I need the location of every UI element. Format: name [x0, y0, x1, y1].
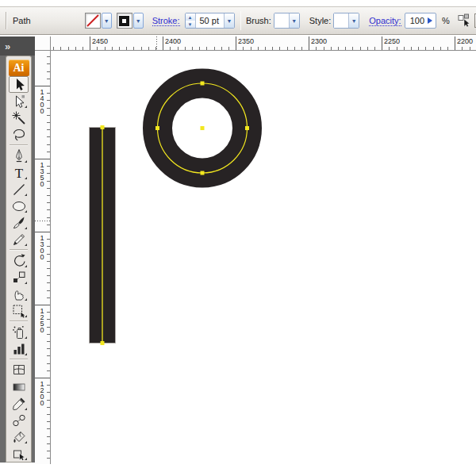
tool-paintbrush[interactable] [9, 214, 29, 231]
tool-live-paint-selection[interactable] [9, 445, 29, 462]
tool-symbol-sprayer[interactable] [9, 324, 29, 340]
expand-chevrons-icon[interactable]: » [5, 40, 10, 52]
direct-selection-arrow-icon [11, 94, 27, 109]
anchor-point[interactable] [201, 82, 205, 86]
ruler-label: 2200 [457, 37, 473, 45]
tool-gradient[interactable] [9, 378, 29, 395]
ruler-label: 1300 [38, 234, 46, 259]
select-similar-group: ▼ [457, 13, 476, 29]
brush-dropdown-arrow[interactable]: ▼ [289, 13, 299, 28]
style-combo[interactable]: ▼ [333, 13, 359, 29]
svg-text:T: T [14, 165, 23, 180]
chevron-down-icon: ▼ [227, 18, 232, 24]
anchor-point[interactable] [155, 126, 159, 130]
tool-selection[interactable] [9, 76, 29, 93]
brush-label: Brush: [246, 16, 271, 25]
tool-blend[interactable] [9, 412, 29, 428]
stroke-color-swatch[interactable] [117, 13, 132, 29]
tool-pen[interactable] [9, 148, 29, 164]
ruler-label: 1200 [38, 380, 46, 405]
free-transform-icon [11, 303, 27, 319]
anchor-point[interactable] [201, 126, 205, 130]
tool-rotate[interactable] [9, 252, 29, 269]
vertical-ruler-minor-ticks [47, 51, 50, 464]
tool-scale[interactable] [9, 269, 29, 286]
opacity-field[interactable]: 100 [405, 13, 436, 29]
brush-combo[interactable]: ▼ [274, 13, 300, 29]
type-tool-icon: T [11, 165, 27, 181]
scale-icon [11, 270, 27, 286]
fill-none-swatch[interactable] [85, 13, 101, 29]
stroke-weight-combo[interactable]: ▲ ▼ 50 pt ▼ [185, 13, 235, 29]
ruler-label: 1350 [38, 161, 46, 186]
anchor-point[interactable] [201, 171, 205, 175]
select-similar-objects-icon[interactable] [457, 13, 473, 29]
chevron-down-icon: ▼ [291, 18, 297, 24]
tool-column-graph[interactable] [9, 340, 29, 357]
arrow-right-icon [428, 17, 432, 24]
style-label: Style: [309, 16, 332, 25]
tool-separator [10, 321, 28, 322]
stroke-weight-value[interactable]: 50 pt [196, 16, 223, 25]
ellipse-icon [11, 198, 27, 214]
tool-pencil[interactable] [9, 231, 29, 248]
chevron-down-icon: ▼ [104, 18, 109, 24]
tools-panel: Ai [6, 56, 32, 463]
magic-wand-icon [11, 110, 27, 126]
black-stroke-icon [119, 16, 129, 26]
opacity-value[interactable]: 100 [405, 16, 424, 25]
live-paint-bucket-icon [11, 429, 27, 445]
stepper-up-icon[interactable]: ▲ [186, 13, 195, 21]
fill-dropdown-arrow[interactable]: ▼ [102, 13, 112, 29]
warp-icon [11, 286, 27, 302]
tool-mesh[interactable] [9, 362, 29, 378]
tool-line-segment[interactable] [9, 181, 29, 198]
ruler-label: 2300 [311, 37, 327, 45]
tool-separator [10, 144, 28, 146]
lasso-icon [11, 127, 27, 143]
brush-preview-box [274, 13, 288, 28]
tool-lasso[interactable] [9, 126, 29, 143]
control-bar-grip[interactable] [6, 12, 7, 29]
tool-direct-selection[interactable] [9, 93, 29, 109]
tools-panel-header[interactable]: » [0, 36, 35, 56]
tool-warp[interactable] [9, 286, 29, 302]
opacity-slider-arrow[interactable] [424, 13, 436, 28]
vertical-ruler[interactable]: 14001350130012501200 [35, 51, 51, 464]
anchor-point[interactable] [101, 125, 105, 129]
left-dock: » Ai [0, 36, 35, 463]
tool-magic-wand[interactable] [9, 109, 29, 126]
tool-free-transform[interactable] [9, 302, 29, 319]
style-dropdown-arrow[interactable]: ▼ [348, 13, 359, 28]
ruler-label: 1400 [38, 88, 46, 113]
stroke-weight-dropdown-arrow[interactable]: ▼ [224, 13, 234, 28]
stroke-panel-link[interactable]: Stroke: [152, 16, 180, 26]
selection-arrow-icon [11, 77, 27, 93]
blend-icon [11, 413, 27, 428]
anchor-points[interactable] [101, 82, 250, 346]
selection-type-label: Path [13, 16, 31, 25]
ai-logo[interactable]: Ai [9, 60, 29, 76]
horizontal-ruler[interactable]: 245024002350230022502200 [51, 36, 476, 51]
stroke-dropdown-arrow[interactable]: ▼ [133, 13, 144, 29]
paintbrush-icon [11, 215, 27, 231]
stepper-down-icon[interactable]: ▼ [186, 21, 195, 28]
stroke-weight-stepper[interactable]: ▲ ▼ [186, 13, 196, 28]
ruler-corner-box[interactable] [35, 36, 51, 51]
tool-separator [10, 249, 28, 251]
canvas-artwork[interactable] [0, 0, 476, 476]
control-bar: Path ▼ ▼ Stroke: ▲ ▼ 50 pt ▼ Brush: ▼ St… [0, 6, 476, 35]
mesh-icon [11, 363, 27, 378]
tool-eyedropper[interactable] [9, 395, 29, 412]
tool-live-paint-bucket[interactable] [9, 428, 29, 445]
anchor-point[interactable] [101, 341, 105, 345]
anchor-point[interactable] [245, 126, 249, 130]
opacity-panel-link[interactable]: Opacity: [369, 16, 401, 26]
pen-nib-icon [11, 148, 27, 164]
tool-type[interactable]: T [9, 164, 29, 181]
tool-ellipse[interactable] [9, 198, 29, 214]
ruler-label: 2450 [92, 37, 108, 45]
symbol-sprayer-icon [11, 324, 27, 340]
column-graph-icon [11, 341, 27, 357]
pencil-icon [11, 232, 27, 248]
